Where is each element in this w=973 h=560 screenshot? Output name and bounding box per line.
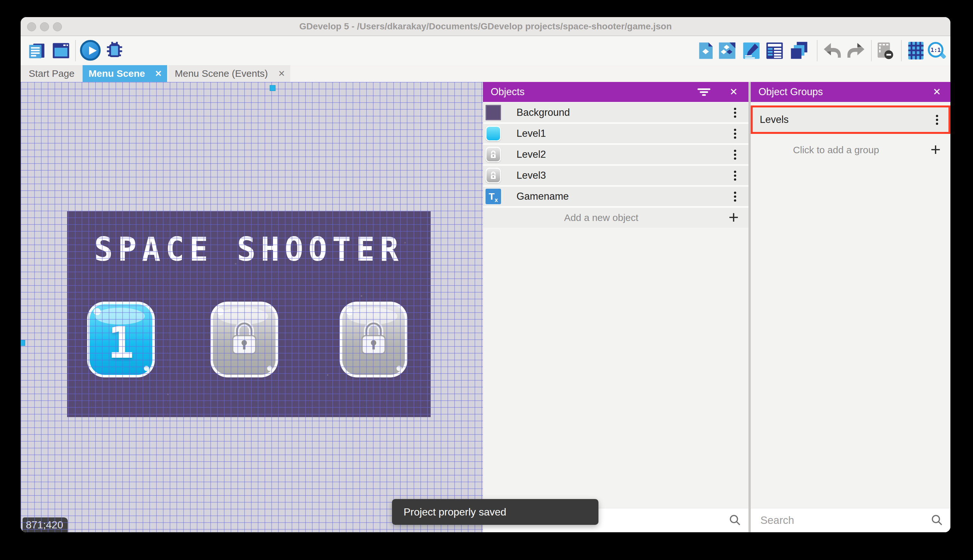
tab-bar: Start Page Menu Scene ✕ Menu Scene (Even… bbox=[21, 65, 950, 82]
zoom-ratio-label: 1:1 bbox=[930, 47, 940, 53]
object-row-level2[interactable]: Level2 bbox=[483, 145, 748, 166]
tab-menu-scene[interactable]: Menu Scene ✕ bbox=[83, 65, 167, 82]
object-row-gamename[interactable]: Tx Gamename bbox=[483, 187, 748, 208]
close-icon[interactable]: ✕ bbox=[273, 65, 290, 82]
object-name: Background bbox=[516, 103, 570, 122]
toggle-mask-icon[interactable] bbox=[876, 41, 895, 60]
object-row-level1[interactable]: Level1 bbox=[483, 124, 748, 145]
tab-label: Start Page bbox=[21, 65, 83, 82]
gloss-dot bbox=[217, 308, 224, 315]
play-icon bbox=[89, 47, 97, 55]
group-row-levels-highlighted[interactable]: Levels bbox=[751, 105, 950, 134]
gloss-dot bbox=[144, 366, 149, 371]
object-name: Level2 bbox=[516, 145, 546, 164]
search-icon bbox=[728, 514, 741, 527]
level2-thumbnail bbox=[485, 147, 501, 162]
scene-canvas[interactable]: SPACE SHOOTER 1 bbox=[21, 82, 483, 532]
background-thumbnail bbox=[485, 105, 501, 120]
add-new-object-button[interactable]: Add a new object + bbox=[483, 208, 748, 228]
debug-icon[interactable] bbox=[105, 41, 124, 60]
add-group-button[interactable]: Click to add a group + bbox=[751, 140, 950, 160]
screen: GDevelop 5 - /Users/dkarakay/Documents/G… bbox=[0, 0, 973, 560]
layers-editor-icon[interactable] bbox=[790, 41, 808, 60]
kebab-menu-icon[interactable] bbox=[729, 128, 741, 139]
objects-panel-header: Objects ✕ bbox=[483, 82, 748, 102]
object-name: Gamename bbox=[516, 187, 569, 206]
gloss-dot bbox=[397, 366, 402, 371]
level1-thumbnail bbox=[485, 126, 501, 141]
close-icon[interactable]: ✕ bbox=[928, 82, 946, 102]
redo-icon[interactable] bbox=[847, 41, 866, 60]
toolbar-divider bbox=[871, 40, 872, 61]
panel-divider[interactable] bbox=[748, 82, 751, 532]
open-window-icon[interactable] bbox=[52, 41, 70, 60]
undo-icon[interactable] bbox=[823, 41, 841, 60]
object-groups-panel: Object Groups ✕ Levels Click to add a gr… bbox=[751, 82, 950, 532]
titlebar: GDevelop 5 - /Users/dkarakay/Documents/G… bbox=[21, 17, 950, 36]
text-object-icon: Tx bbox=[485, 189, 501, 204]
tab-label: Menu Scene (Events) bbox=[168, 65, 274, 82]
add-group-label: Click to add a group bbox=[751, 140, 921, 160]
groups-search-input[interactable] bbox=[751, 508, 950, 532]
instances-list-icon[interactable] bbox=[765, 41, 784, 60]
window-title: GDevelop 5 - /Users/dkarakay/Documents/G… bbox=[21, 17, 950, 35]
zoom-one-to-one-icon[interactable]: 1:1 bbox=[927, 41, 947, 61]
close-icon[interactable]: ✕ bbox=[725, 82, 743, 102]
close-icon[interactable]: ✕ bbox=[150, 65, 167, 82]
properties-icon[interactable] bbox=[742, 41, 761, 60]
kebab-menu-icon[interactable] bbox=[931, 114, 943, 125]
groups-search-bar bbox=[751, 508, 950, 532]
kebab-menu-icon[interactable] bbox=[729, 107, 741, 118]
toolbar-divider bbox=[817, 40, 818, 61]
gloss-dot bbox=[346, 308, 353, 315]
level2-button-instance[interactable] bbox=[210, 302, 278, 377]
objects-panel: Objects ✕ Background Level1 bbox=[483, 82, 748, 532]
group-name: Levels bbox=[760, 107, 789, 132]
panel-title: Objects bbox=[491, 82, 525, 102]
project-manager-icon[interactable] bbox=[27, 41, 46, 60]
editor-content: SPACE SHOOTER 1 bbox=[21, 82, 950, 532]
object-name: Level1 bbox=[516, 124, 546, 143]
level3-thumbnail bbox=[485, 168, 501, 183]
tab-label: Menu Scene bbox=[83, 65, 151, 82]
object-row-background[interactable]: Background bbox=[483, 103, 748, 124]
gloss-dot bbox=[93, 308, 101, 315]
add-object-label: Add a new object bbox=[483, 208, 720, 228]
level1-button-instance[interactable]: 1 bbox=[87, 302, 155, 377]
cursor-coordinates: 871;420 bbox=[23, 517, 68, 532]
play-preview-button[interactable] bbox=[80, 40, 101, 61]
object-name: Level3 bbox=[516, 166, 546, 185]
plus-icon: + bbox=[928, 140, 943, 160]
gloss-dot bbox=[267, 366, 272, 371]
kebab-menu-icon[interactable] bbox=[729, 170, 741, 181]
plus-icon: + bbox=[726, 208, 741, 228]
star-decor bbox=[67, 211, 69, 213]
selection-handle-left[interactable] bbox=[21, 340, 25, 346]
save-toast: Project properly saved bbox=[392, 499, 598, 525]
tab-menu-scene-events[interactable]: Menu Scene (Events) ✕ bbox=[168, 65, 290, 82]
selection-handle-top[interactable] bbox=[270, 85, 275, 91]
toggle-grid-icon[interactable] bbox=[906, 41, 925, 60]
object-groups-editor-icon[interactable] bbox=[718, 41, 736, 60]
toolbar-divider bbox=[901, 40, 902, 61]
level3-button-instance[interactable] bbox=[340, 302, 407, 377]
kebab-menu-icon[interactable] bbox=[729, 191, 741, 202]
scene-background-instance[interactable]: SPACE SHOOTER 1 bbox=[67, 211, 431, 417]
gdevelop-window: GDevelop 5 - /Users/dkarakay/Documents/G… bbox=[21, 17, 950, 532]
toolbar: 1:1 bbox=[21, 36, 950, 65]
object-row-level3[interactable]: Level3 bbox=[483, 166, 748, 187]
search-icon bbox=[930, 514, 943, 527]
filter-icon[interactable] bbox=[697, 88, 711, 96]
tab-start-page[interactable]: Start Page bbox=[21, 65, 83, 82]
level1-number: 1 bbox=[90, 317, 152, 368]
lock-icon bbox=[225, 317, 263, 359]
toolbar-divider bbox=[75, 40, 76, 61]
panel-title: Object Groups bbox=[758, 82, 823, 102]
scene-title-text: SPACE SHOOTER bbox=[67, 230, 431, 268]
lock-icon bbox=[354, 317, 393, 359]
groups-panel-header: Object Groups ✕ bbox=[751, 82, 950, 102]
toast-message: Project properly saved bbox=[403, 506, 506, 518]
objects-editor-icon[interactable] bbox=[697, 41, 716, 60]
kebab-menu-icon[interactable] bbox=[729, 149, 741, 160]
